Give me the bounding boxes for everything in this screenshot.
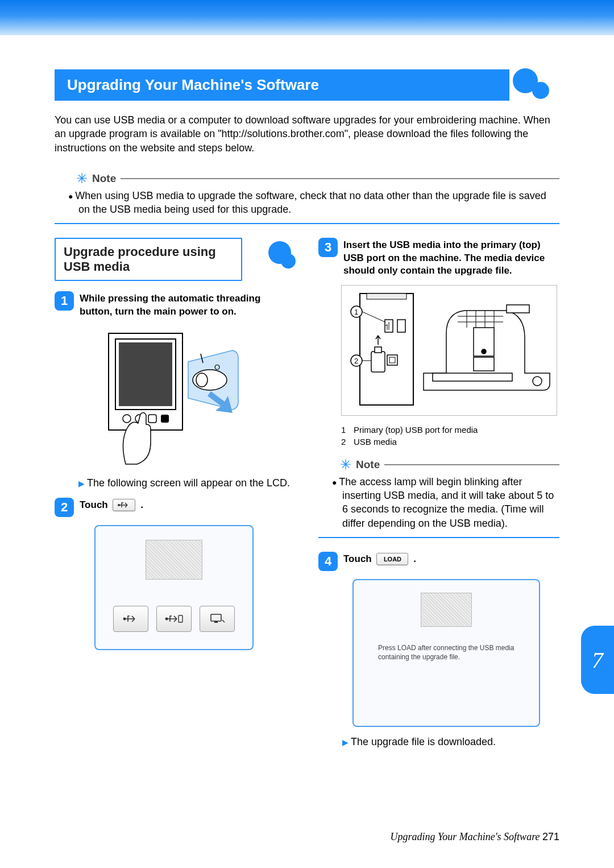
svg-rect-22	[397, 320, 405, 332]
arrow-note-2: The upgrade file is downloaded.	[352, 735, 559, 749]
step-text: Touch .	[80, 498, 143, 517]
arrow-note-1: The following screen will appear on the …	[89, 476, 296, 490]
svg-point-12	[118, 504, 120, 506]
step-1: 1 While pressing the automatic threading…	[55, 291, 296, 317]
lcd-usb-button-1[interactable]	[113, 606, 148, 632]
sub-heading: Upgrade procedure using USB media	[55, 238, 242, 281]
svg-text:2: 2	[354, 357, 358, 365]
illustration-usb-insert: 1 2	[341, 285, 557, 416]
svg-rect-26	[389, 357, 395, 363]
note-label: Note	[92, 172, 116, 185]
svg-rect-23	[371, 352, 385, 372]
note-box-1: ✳ Note When using USB media to upgrade t…	[55, 172, 559, 225]
main-heading: Upgrading Your Machine's Software	[55, 69, 509, 101]
svg-text:1: 1	[354, 308, 358, 316]
lcd-pc-button[interactable]	[200, 606, 235, 632]
lcd-message: Press LOAD after connecting the USB medi…	[378, 644, 515, 662]
step-text: Touch LOAD .	[343, 552, 416, 571]
svg-rect-24	[375, 347, 381, 353]
note-label: Note	[356, 458, 380, 471]
note-body: The access lamp will begin blinking afte…	[318, 475, 559, 530]
svg-rect-19	[360, 294, 413, 405]
svg-rect-15	[179, 615, 182, 622]
callout-list: 1Primary (top) USB port for media 2USB m…	[341, 424, 559, 448]
main-heading-wrap: Upgrading Your Machine's Software	[55, 69, 559, 101]
svg-rect-16	[211, 614, 221, 621]
svg-text:O: O	[214, 363, 220, 371]
svg-point-37	[482, 349, 486, 354]
step-3: 3 Insert the USB media into the primary …	[318, 238, 559, 276]
lcd-usb-button-2[interactable]	[156, 606, 192, 632]
step-number: 1	[55, 291, 74, 311]
usb-icon-button[interactable]	[113, 499, 135, 511]
step-number: 4	[318, 552, 338, 571]
note-body: When using USB media to upgrade the soft…	[55, 189, 559, 217]
svg-rect-2	[119, 342, 172, 406]
svg-point-14	[165, 618, 168, 621]
right-column: 3 Insert the USB media into the primary …	[318, 238, 559, 757]
page-footer: Upgrading Your Machine's Software 271	[390, 831, 559, 843]
sub-heading-text: Upgrade procedure using USB media	[64, 245, 216, 274]
step-number: 2	[55, 498, 74, 517]
svg-rect-6	[161, 415, 169, 423]
step-2: 2 Touch .	[55, 498, 296, 517]
left-column: Upgrade procedure using USB media 1 Whil…	[55, 238, 296, 757]
top-gradient-bar	[0, 0, 614, 35]
lcd-machine-graphic	[146, 540, 202, 580]
illustration-load-screen: Press LOAD after connecting the USB medi…	[352, 579, 540, 727]
svg-rect-17	[214, 621, 218, 623]
svg-point-34	[533, 377, 542, 386]
svg-rect-38	[474, 357, 494, 371]
step-text: While pressing the automatic threading b…	[80, 291, 296, 317]
note-box-2: ✳ Note The access lamp will begin blinki…	[318, 458, 559, 538]
load-button[interactable]: LOAD	[376, 553, 408, 565]
step-number: 3	[318, 238, 338, 257]
illustration-power-on: O	[89, 326, 242, 468]
svg-point-8	[196, 373, 208, 387]
chapter-tab: 7	[581, 626, 614, 694]
svg-point-13	[123, 618, 126, 621]
footer-title: Upgrading Your Machine's Software	[390, 831, 540, 842]
note-burst-icon: ✳	[340, 458, 351, 472]
illustration-lcd-buttons	[94, 525, 254, 650]
footer-page-number: 271	[542, 831, 559, 842]
heading-bubble-decor	[513, 68, 549, 102]
lcd-machine-graphic	[421, 593, 472, 627]
svg-line-18	[222, 620, 225, 622]
note-burst-icon: ✳	[76, 172, 88, 185]
svg-rect-20	[367, 294, 406, 299]
step-text: Insert the USB media into the primary (t…	[343, 238, 559, 276]
svg-rect-35	[507, 305, 529, 313]
svg-rect-33	[433, 373, 512, 381]
step-4: 4 Touch LOAD .	[318, 552, 559, 571]
intro-paragraph: You can use USB media or a computer to d…	[55, 113, 559, 155]
